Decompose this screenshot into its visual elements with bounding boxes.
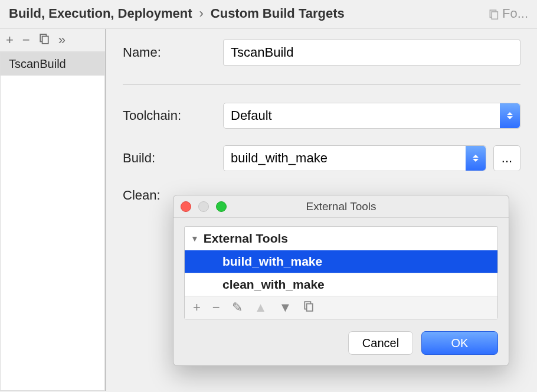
external-tools-tree: ▼ External Tools build_with_make clean_w… xyxy=(184,226,498,319)
tree-group-label: External Tools xyxy=(204,231,288,246)
toolchain-select[interactable]: Default xyxy=(223,103,520,129)
copy-icon[interactable] xyxy=(39,34,50,47)
name-input[interactable] xyxy=(223,40,520,66)
tree-item-clean[interactable]: clean_with_make xyxy=(185,273,497,296)
svg-rect-3 xyxy=(42,37,48,44)
dialog-footer: Cancel OK xyxy=(173,322,509,365)
move-up-icon: ▲ xyxy=(254,301,267,314)
breadcrumb-current: Custom Build Targets xyxy=(211,6,345,21)
ok-button[interactable]: OK xyxy=(421,331,498,355)
move-down-icon[interactable]: ▼ xyxy=(279,301,292,314)
targets-sidebar: + − » TscanBuild xyxy=(0,29,106,391)
add-icon[interactable]: + xyxy=(6,34,14,47)
header-right-area: Fo... xyxy=(488,6,528,21)
target-list-item[interactable]: TscanBuild xyxy=(1,53,104,76)
targets-list: TscanBuild xyxy=(0,52,105,391)
toolchain-label: Toolchain: xyxy=(123,108,223,123)
form-divider xyxy=(123,84,520,85)
build-select[interactable]: build_with_make xyxy=(223,145,486,171)
external-tools-dialog: External Tools ▼ External Tools build_wi… xyxy=(173,195,509,366)
copy-icon[interactable] xyxy=(488,8,499,19)
edit-icon[interactable]: ✎ xyxy=(232,301,243,314)
more-icon[interactable]: » xyxy=(58,34,66,47)
window-zoom-icon[interactable] xyxy=(216,201,227,212)
sidebar-toolbar: + − » xyxy=(0,29,105,52)
select-arrow-icon xyxy=(466,146,486,171)
header-right-text: Fo... xyxy=(502,6,528,21)
breadcrumb-parent[interactable]: Build, Execution, Deployment xyxy=(9,6,192,21)
window-minimize-icon xyxy=(198,201,209,212)
build-label: Build: xyxy=(123,151,223,166)
select-arrow-icon xyxy=(500,103,520,128)
toolchain-select-value: Default xyxy=(231,108,272,123)
disclosure-triangle-icon[interactable]: ▼ xyxy=(191,234,199,243)
svg-rect-5 xyxy=(307,304,313,311)
breadcrumb-separator-icon: › xyxy=(199,6,203,21)
settings-header: Build, Execution, Deployment › Custom Bu… xyxy=(0,0,537,28)
tree-item-build[interactable]: build_with_make xyxy=(185,250,497,273)
window-close-icon[interactable] xyxy=(181,201,191,212)
svg-rect-1 xyxy=(492,12,497,19)
tree-group[interactable]: ▼ External Tools xyxy=(185,227,497,250)
remove-icon[interactable]: − xyxy=(212,301,220,314)
copy-icon[interactable] xyxy=(303,301,314,314)
dialog-toolbar: + − ✎ ▲ ▼ xyxy=(185,296,497,319)
cancel-button[interactable]: Cancel xyxy=(348,331,413,355)
name-label: Name: xyxy=(123,45,223,60)
build-select-value: build_with_make xyxy=(231,151,328,166)
dialog-titlebar[interactable]: External Tools xyxy=(173,195,509,218)
build-browse-button[interactable]: ... xyxy=(493,145,520,171)
window-controls xyxy=(181,201,227,212)
breadcrumb: Build, Execution, Deployment › Custom Bu… xyxy=(9,6,345,21)
add-icon[interactable]: + xyxy=(193,301,201,314)
remove-icon[interactable]: − xyxy=(22,34,30,47)
